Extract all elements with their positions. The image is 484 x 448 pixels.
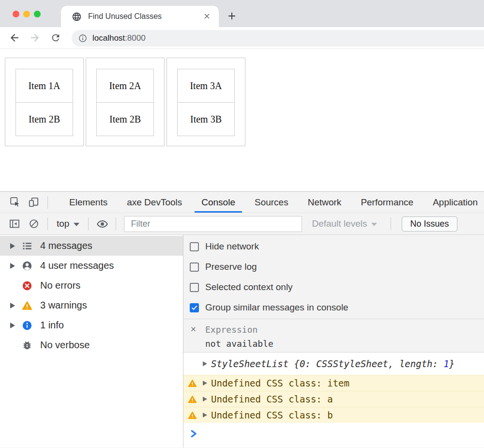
warning-icon: [188, 379, 197, 388]
live-expression: Expression not available: [183, 319, 484, 353]
page-item: Item 2B: [96, 102, 154, 136]
eye-icon: [96, 218, 108, 230]
setting-hide-network[interactable]: Hide network: [183, 236, 484, 257]
user-icon: [22, 261, 32, 271]
card-grid: Item 1A Item 2B Item 2A Item 2B Item 3A …: [5, 58, 245, 146]
object-preview: StyleSheetList {0: CSSStyleSheet, length…: [211, 358, 454, 369]
reload-icon[interactable]: [50, 32, 61, 43]
log-levels-selector[interactable]: Default levels: [312, 218, 377, 229]
warning-row: Undefined CSS class: b: [183, 407, 484, 423]
tab-axe-devtools[interactable]: axe DevTools: [117, 192, 192, 213]
warning-icon: [188, 411, 197, 420]
checkbox-unchecked[interactable]: [190, 242, 199, 251]
sidebar-item-errors[interactable]: No errors: [0, 276, 183, 295]
expand-arrow-icon[interactable]: [203, 397, 207, 402]
window-zoom-button[interactable]: [34, 11, 41, 17]
expand-arrow-icon[interactable]: [203, 413, 207, 417]
checkbox-unchecked[interactable]: [190, 263, 199, 272]
console-prompt-icon: [190, 430, 197, 438]
globe-icon: [72, 12, 82, 22]
issues-button[interactable]: No Issues: [402, 216, 457, 232]
console-sidebar: 4 messages 4 user messages No errors 3 w…: [0, 235, 183, 448]
setting-selected-context-only[interactable]: Selected context only: [183, 277, 484, 297]
divider: [47, 217, 48, 230]
bug-icon: [22, 340, 32, 351]
device-toolbar-icon: [28, 197, 39, 208]
tab-close-icon[interactable]: [203, 12, 211, 20]
active-tab-underline: [195, 211, 242, 213]
setting-group-similar[interactable]: Group similar messages in console: [183, 297, 484, 318]
expand-arrow-icon[interactable]: [10, 303, 15, 309]
chevron-down-icon: [74, 223, 79, 226]
expand-arrow-icon[interactable]: [10, 323, 15, 328]
warning-row: Undefined CSS class: a: [183, 391, 484, 407]
page-item: Item 2B: [15, 102, 73, 136]
error-icon: [22, 280, 32, 291]
clear-console-icon: [29, 218, 39, 229]
context-selector[interactable]: top: [57, 218, 79, 229]
live-expression-button[interactable]: [92, 213, 112, 235]
expression-value: not available: [205, 337, 484, 351]
console-body: 4 messages 4 user messages No errors 3 w…: [0, 235, 484, 448]
divider: [47, 196, 48, 209]
tab-elements[interactable]: Elements: [60, 192, 117, 213]
tab-network[interactable]: Network: [298, 192, 351, 213]
window-minimize-button[interactable]: [23, 11, 30, 17]
devtools-panel: Elements axe DevTools Console Sources Ne…: [0, 191, 484, 448]
inspect-element-button[interactable]: [6, 192, 24, 213]
console-log: StyleSheetList {0: CSSStyleSheet, length…: [183, 353, 484, 448]
check-icon: [191, 304, 198, 311]
devtools-tabbar: Elements axe DevTools Console Sources Ne…: [0, 192, 484, 213]
checkbox-unchecked[interactable]: [190, 283, 199, 292]
inspect-icon: [10, 197, 21, 208]
warning-row: Undefined CSS class: item: [183, 375, 484, 391]
sidebar-item-label: No verbose: [40, 340, 90, 351]
chevron-down-icon: [371, 223, 377, 226]
browser-tab[interactable]: Find Unused Classes: [61, 6, 219, 27]
page-info-icon[interactable]: [78, 33, 88, 43]
sidebar-item-label: 4 messages: [40, 240, 92, 251]
setting-preserve-log[interactable]: Preserve log: [183, 257, 484, 277]
expand-arrow-icon[interactable]: [203, 381, 207, 386]
checkbox-checked[interactable]: [190, 303, 199, 312]
log-object-row: StyleSheetList {0: CSSStyleSheet, length…: [183, 353, 484, 375]
object-number: 1: [443, 358, 449, 369]
page-item: Item 3B: [177, 102, 235, 136]
url-port: :8000: [125, 33, 146, 43]
new-tab-button[interactable]: [226, 10, 238, 22]
sidebar-item-user-messages[interactable]: 4 user messages: [0, 256, 183, 276]
tab-sources[interactable]: Sources: [245, 192, 298, 213]
tab-title: Find Unused Classes: [88, 6, 162, 27]
list-icon: [22, 241, 32, 251]
expand-arrow-icon[interactable]: [203, 361, 207, 366]
divider: [116, 217, 116, 230]
tab-application[interactable]: Application: [423, 192, 484, 213]
sidebar-item-messages[interactable]: 4 messages: [0, 236, 183, 256]
sidebar-item-info[interactable]: 1 info: [0, 315, 183, 335]
sidebar-item-warnings[interactable]: 3 warnings: [0, 295, 183, 315]
dock-sidebar-button[interactable]: [5, 213, 24, 235]
dock-side-icon: [9, 218, 20, 230]
console-input[interactable]: [183, 423, 484, 440]
close-icon[interactable]: [190, 325, 197, 333]
devtools-tabs: Elements axe DevTools Console Sources Ne…: [60, 192, 484, 213]
url-host: localhost: [92, 33, 125, 43]
address-bar[interactable]: localhost:8000: [72, 30, 484, 46]
expand-arrow-icon[interactable]: [10, 263, 15, 269]
forward-icon: [29, 32, 41, 44]
sidebar-item-verbose[interactable]: No verbose: [0, 335, 183, 355]
console-main: Hide network Preserve log Selected conte…: [183, 235, 484, 448]
filter-input[interactable]: [124, 216, 302, 232]
browser-toolbar: localhost:8000: [0, 27, 484, 49]
card-3: Item 3A Item 3B: [166, 58, 245, 146]
clear-console-button[interactable]: [24, 213, 44, 235]
window-close-button[interactable]: [13, 11, 19, 17]
back-icon[interactable]: [9, 32, 20, 44]
tab-performance[interactable]: Performance: [351, 192, 423, 213]
console-settings: Hide network Preserve log Selected conte…: [183, 235, 484, 319]
expand-arrow-icon[interactable]: [10, 243, 15, 249]
tab-console[interactable]: Console: [192, 192, 245, 213]
device-toolbar-button[interactable]: [24, 192, 43, 213]
expression-title[interactable]: Expression: [205, 323, 484, 337]
divider: [88, 217, 89, 230]
